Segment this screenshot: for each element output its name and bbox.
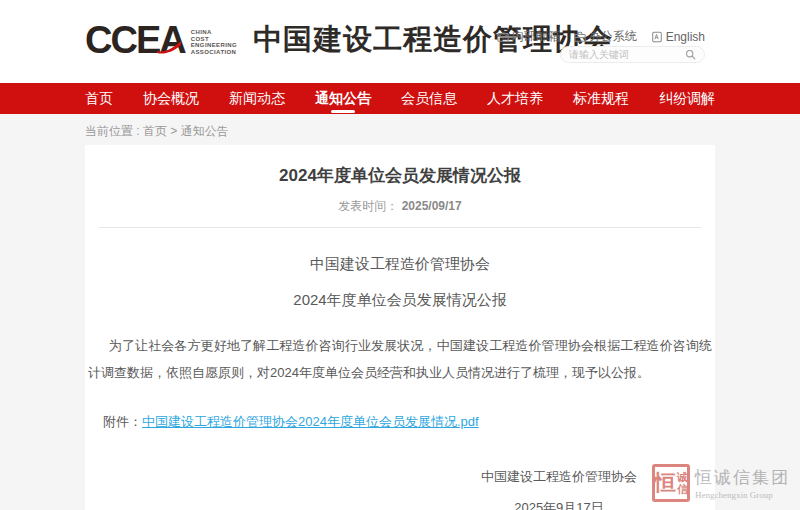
english-label: English [666,30,705,44]
globe-book-icon [651,31,663,43]
publish-date-value: 2025/09/17 [402,199,462,213]
ccea-prefix: CCE [85,19,159,61]
internal-mail-link[interactable]: 内部邮箱 [497,28,560,45]
logo-red-swoosh-icon [156,40,182,54]
internal-mail-label: 内部邮箱 [512,28,560,45]
signature-date: 2025年9月17日 [481,499,637,510]
title-divider [99,227,701,228]
breadcrumb-prefix: 当前位置 : [85,124,143,138]
envelope-icon [497,31,509,43]
tagline-line: ASSOCIATION [191,49,237,56]
signature-name: 中国建设工程造价管理协会 [481,468,637,486]
utility-links: 内部邮箱 办公系统 English [497,28,705,45]
search-box [560,46,705,63]
site-header: CCEA CHINA COST ENGINEERING ASSOCIATION … [0,0,800,83]
breadcrumb-current[interactable]: 通知公告 [181,124,229,138]
signature-block: 中国建设工程造价管理协会 2025年9月17日 [85,468,637,510]
main-nav: 首页 协会概况 新闻动态 通知公告 会员信息 人才培养 标准规程 纠纷调解 [0,83,800,114]
breadcrumb-home-link[interactable]: 首页 [143,124,167,138]
breadcrumb-separator: > [167,124,181,138]
ccea-wordmark: CCEA [85,20,185,60]
tagline-line: ENGINEERING [191,42,237,49]
hengchengxin-watermark: 恒 诚 信 恒诚信集团 Hengchengxin Group [652,464,790,502]
seal-main-char: 恒 [654,472,676,494]
hengchengxin-seal-icon: 恒 诚 信 [652,464,690,502]
english-link[interactable]: English [651,30,705,44]
nav-item-dispute-mediation[interactable]: 纠纷调解 [659,83,715,114]
nav-item-talent-training[interactable]: 人才培养 [487,83,543,114]
briefcase-icon [574,31,586,43]
search-icon[interactable] [685,49,696,60]
watermark-name-en: Hengchengxin Group [695,490,790,500]
nav-item-member-info[interactable]: 会员信息 [401,83,457,114]
nav-item-association-overview[interactable]: 协会概况 [143,83,199,114]
office-system-label: 办公系统 [589,28,637,45]
article-paragraph: 为了让社会各方更好地了解工程造价咨询行业发展状况，中国建设工程造价管理协会根据工… [88,332,712,386]
page: CCEA CHINA COST ENGINEERING ASSOCIATION … [0,0,800,510]
nav-item-home[interactable]: 首页 [85,83,113,114]
ccea-letter-a: A [159,20,184,60]
search-input[interactable] [569,49,685,60]
logo-tagline: CHINA COST ENGINEERING ASSOCIATION [191,29,237,55]
attachment-label: 附件： [103,414,142,429]
attachment-row: 附件：中国建设工程造价管理协会2024年度单位会员发展情况.pdf [103,413,715,431]
seal-top-char: 诚 [677,471,688,483]
nav-item-notices[interactable]: 通知公告 [315,83,371,114]
article-card: 2024年度单位会员发展情况公报 发表时间： 2025/09/17 中国建设工程… [85,145,715,510]
publish-date-row: 发表时间： 2025/09/17 [85,198,715,215]
attachment-pdf-link[interactable]: 中国建设工程造价管理协会2024年度单位会员发展情况.pdf [142,414,479,429]
article-heading-line1: 中国建设工程造价管理协会 [85,255,715,274]
nav-item-standards[interactable]: 标准规程 [573,83,629,114]
publish-date-label: 发表时间： [338,199,401,213]
watermark-name-cn: 恒诚信集团 [695,466,790,489]
article-heading-line2: 2024年度单位会员发展情况公报 [85,291,715,310]
seal-bottom-char: 信 [677,483,688,495]
article-title: 2024年度单位会员发展情况公报 [85,145,715,187]
office-system-link[interactable]: 办公系统 [574,28,637,45]
nav-item-news[interactable]: 新闻动态 [229,83,285,114]
breadcrumb: 当前位置 : 首页 > 通知公告 [0,114,800,148]
